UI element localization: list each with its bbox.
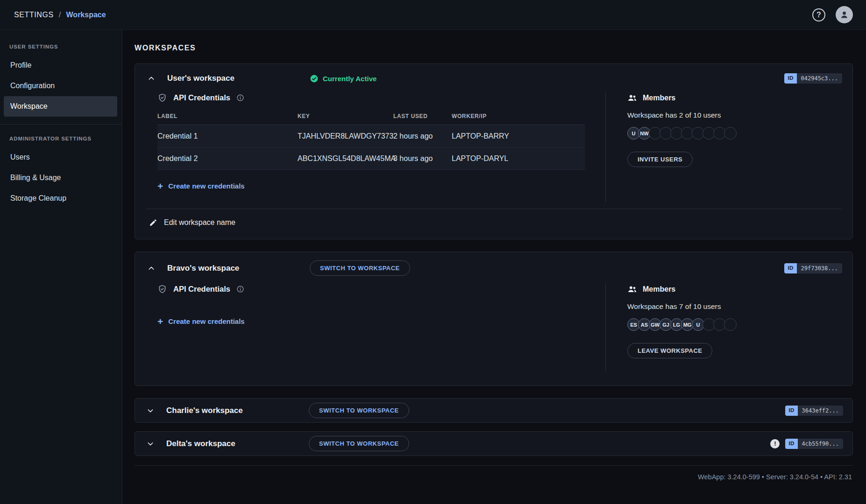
- workspace-id-badge[interactable]: ID 3643eff2...: [785, 406, 843, 416]
- sidebar-divider: [0, 124, 122, 125]
- sidebar-section-user-settings: USER SETTINGS: [0, 34, 122, 55]
- switch-to-workspace-button[interactable]: SWITCH TO WORKSPACE: [310, 260, 410, 276]
- chevron-up-icon[interactable]: [145, 262, 157, 274]
- sidebar-item-configuration[interactable]: Configuration: [4, 76, 117, 96]
- workspace-card-header: User's workspace Currently Active ID 042…: [135, 64, 852, 86]
- empty-avatar-slot: [724, 127, 737, 140]
- members-count: Workspace has 7 of 10 users: [627, 302, 837, 311]
- workspace-title-area: Bravo's workspace: [145, 262, 310, 274]
- workspace-title-area: Delta's workspace: [144, 438, 309, 450]
- create-credentials-button[interactable]: + Create new credentials: [157, 316, 245, 326]
- members-section: Members Workspace has 2 of 10 users U NW: [605, 92, 841, 202]
- pencil-icon: [149, 218, 157, 227]
- sidebar-item-label: Storage Cleanup: [10, 194, 66, 203]
- workspace-header-right: ID 3643eff2...: [785, 406, 843, 416]
- info-icon[interactable]: [236, 94, 244, 102]
- workspace-id-value: 042945c3...: [797, 73, 842, 84]
- members-title: Members: [643, 285, 675, 294]
- column-header-label: LABEL: [157, 113, 298, 119]
- sidebar-item-profile[interactable]: Profile: [4, 55, 117, 76]
- workspace-header-right: ! ID 4cb55f90...: [770, 439, 843, 449]
- workspace-id-value: 3643eff2...: [798, 406, 843, 416]
- id-label: ID: [784, 73, 796, 84]
- members-header: Members: [627, 284, 837, 294]
- main-content: WORKSPACES User's workspace Currently Ac…: [122, 30, 866, 504]
- sidebar-item-storage-cleanup[interactable]: Storage Cleanup: [4, 188, 117, 209]
- workspace-id-badge[interactable]: ID 042945c3...: [784, 73, 842, 84]
- workspace-title-area: User's workspace: [145, 72, 310, 84]
- credential-label: Credential 2: [157, 154, 298, 163]
- workspace-name: Bravo's workspace: [167, 264, 239, 273]
- members-header: Members: [627, 93, 837, 103]
- sidebar-item-users[interactable]: Users: [4, 147, 117, 168]
- id-label: ID: [784, 263, 796, 273]
- column-header-last-used: LAST USED: [393, 113, 452, 119]
- switch-to-workspace-button[interactable]: SWITCH TO WORKSPACE: [309, 436, 409, 451]
- plus-icon: +: [157, 316, 163, 326]
- workspace-header-right: ID 29f73038...: [784, 263, 842, 273]
- sidebar-item-label: Billing & Usage: [10, 174, 61, 182]
- sidebar-item-billing-usage[interactable]: Billing & Usage: [4, 168, 117, 188]
- topbar-actions: ?: [812, 6, 853, 23]
- page-title: WORKSPACES: [135, 44, 853, 52]
- edit-workspace-name-label: Edit workspace name: [164, 218, 235, 227]
- table-row: Credential 2 ABC1XNSGL54D8LAW45MA 3 hour…: [157, 147, 585, 170]
- id-label: ID: [785, 439, 797, 449]
- workspace-card-header: Charlie's workspace SWITCH TO WORKSPACE …: [135, 399, 852, 422]
- credential-worker: LAPTOP-BARRY: [452, 132, 585, 140]
- create-credentials-button[interactable]: + Create new credentials: [157, 181, 245, 191]
- sidebar-item-label: Configuration: [10, 82, 55, 90]
- shield-icon: [157, 284, 167, 294]
- sidebar: USER SETTINGS Profile Configuration Work…: [0, 30, 122, 504]
- breadcrumb-settings[interactable]: SETTINGS: [14, 11, 54, 19]
- api-credentials-section: API Credentials + Create new credentials: [146, 283, 605, 371]
- credential-key: ABC1XNSGL54D8LAW45MA: [298, 154, 393, 163]
- sidebar-item-workspace[interactable]: Workspace: [4, 96, 117, 117]
- workspace-card-header: Delta's workspace SWITCH TO WORKSPACE ! …: [135, 432, 852, 455]
- workspace-card-delta: Delta's workspace SWITCH TO WORKSPACE ! …: [135, 431, 853, 456]
- user-avatar[interactable]: [836, 6, 853, 23]
- api-credentials-section: API Credentials LABEL KEY LAST USED WORK…: [146, 92, 605, 202]
- credentials-table-header: LABEL KEY LAST USED WORKER/IP: [157, 113, 585, 125]
- people-icon: [627, 284, 637, 294]
- empty-avatar-slot: [724, 318, 737, 331]
- workspace-card-bravo: Bravo's workspace SWITCH TO WORKSPACE ID…: [135, 252, 853, 386]
- plus-icon: +: [157, 181, 163, 191]
- credential-last-used: 2 hours ago: [393, 132, 452, 140]
- workspace-card-users: User's workspace Currently Active ID 042…: [135, 63, 853, 239]
- create-credentials-label: Create new credentials: [168, 182, 244, 190]
- workspace-card-body: API Credentials + Create new credentials: [135, 278, 852, 385]
- column-header-worker-ip: WORKER/IP: [452, 113, 585, 119]
- sidebar-item-label: Users: [10, 153, 30, 161]
- topbar: SETTINGS / Workspace ?: [0, 0, 866, 30]
- invite-users-button[interactable]: INVITE USERS: [627, 152, 693, 167]
- workspace-name: User's workspace: [167, 74, 234, 83]
- leave-workspace-button[interactable]: LEAVE WORKSPACE: [627, 343, 712, 358]
- column-header-key: KEY: [298, 113, 393, 119]
- members-title: Members: [643, 94, 675, 102]
- workspace-id-badge[interactable]: ID 29f73038...: [784, 263, 842, 273]
- chevron-down-icon[interactable]: [144, 438, 156, 450]
- info-icon[interactable]: [236, 285, 244, 293]
- workspace-card-body: API Credentials LABEL KEY LAST USED WORK…: [135, 86, 852, 207]
- api-credentials-title: API Credentials: [173, 93, 230, 102]
- members-section: Members Workspace has 7 of 10 users ES A…: [605, 283, 841, 371]
- help-icon[interactable]: ?: [812, 8, 825, 21]
- workspace-id-badge[interactable]: ID 4cb55f90...: [785, 439, 843, 449]
- id-label: ID: [785, 406, 797, 416]
- version-footer: WebApp: 3.24.0-599 • Server: 3.24.0-54 •…: [135, 465, 853, 481]
- credential-last-used: 3 hours ago: [393, 154, 452, 163]
- api-credentials-header: API Credentials: [157, 284, 591, 294]
- switch-to-workspace-button[interactable]: SWITCH TO WORKSPACE: [309, 403, 409, 418]
- api-credentials-header: API Credentials: [157, 93, 591, 103]
- breadcrumb-separator: /: [59, 10, 61, 20]
- sidebar-item-label: Profile: [10, 61, 31, 70]
- chevron-down-icon[interactable]: [144, 405, 156, 417]
- workspace-header-right: ID 042945c3...: [784, 73, 842, 84]
- credentials-table: LABEL KEY LAST USED WORKER/IP Credential…: [157, 113, 585, 170]
- edit-workspace-name-button[interactable]: Edit workspace name: [146, 209, 841, 239]
- workspace-card-charlie: Charlie's workspace SWITCH TO WORKSPACE …: [135, 398, 853, 423]
- chevron-up-icon[interactable]: [145, 72, 157, 84]
- members-count: Workspace has 2 of 10 users: [627, 111, 837, 119]
- warning-icon[interactable]: !: [770, 439, 780, 448]
